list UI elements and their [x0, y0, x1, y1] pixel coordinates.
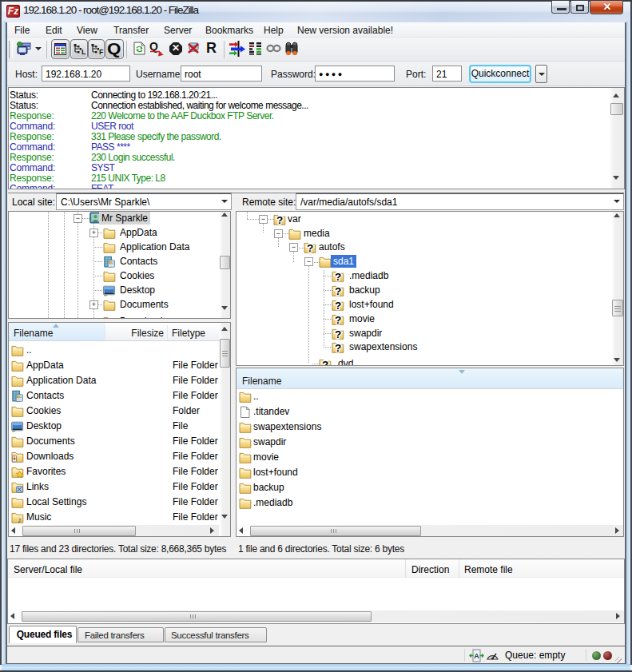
svg-text:F: F — [99, 48, 104, 56]
svg-text:L: L — [81, 48, 86, 56]
svg-text:A: A — [474, 652, 479, 660]
